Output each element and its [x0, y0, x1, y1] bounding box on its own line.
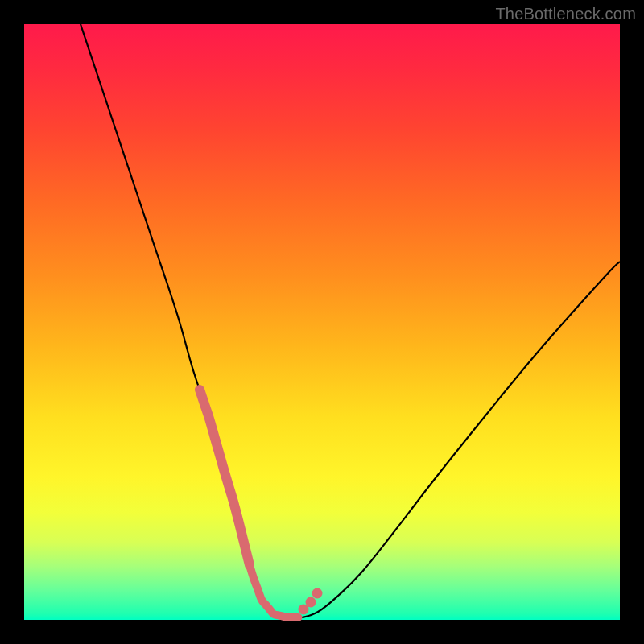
highlight-dot	[306, 597, 316, 608]
plot-area	[24, 24, 620, 620]
bottleneck-curve	[80, 24, 620, 618]
watermark-text: TheBottleneck.com	[495, 5, 636, 23]
highlight-descending	[200, 390, 250, 565]
curve-svg	[24, 24, 620, 620]
highlight-flat	[250, 565, 298, 617]
chart-canvas: TheBottleneck.com	[0, 0, 644, 644]
highlight-dot	[312, 588, 323, 599]
